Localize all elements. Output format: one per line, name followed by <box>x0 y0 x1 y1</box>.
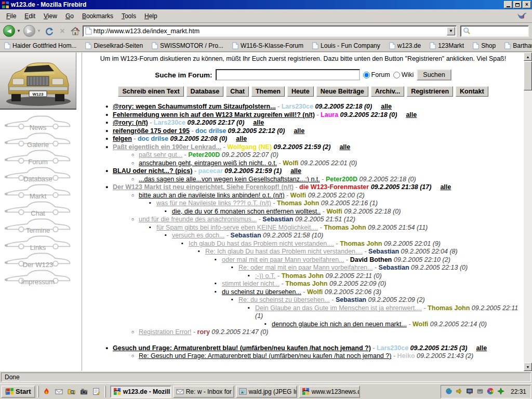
radio-wiki[interactable]: Wiki <box>393 71 414 78</box>
reload-button[interactable] <box>44 25 55 37</box>
thread-author-link[interactable]: Lars230ce <box>154 119 185 126</box>
mail-icon[interactable] <box>55 387 64 396</box>
forum-nav-button[interactable]: Themen <box>251 86 285 97</box>
menu-item[interactable]: Go <box>61 11 78 21</box>
bookmark-item[interactable]: SWISSMOTOR / Pro... <box>152 42 223 49</box>
thread-author-link[interactable]: Thomas John <box>277 200 319 207</box>
thread-title-link[interactable]: anschrauben geht, eintragen weiß ich nic… <box>139 159 277 167</box>
thread-title-link[interactable]: ...das sagen sie alle...von wegen kein G… <box>139 176 320 183</box>
thread-author-link[interactable]: Thomas John <box>428 304 470 312</box>
stop-button[interactable]: × <box>57 25 68 37</box>
forum-nav-button[interactable]: Archiv... <box>371 86 404 97</box>
scrollbar-thumb[interactable] <box>524 61 532 90</box>
thread-title-link[interactable]: Dein Glaube an das Gute im Menschen ist … <box>255 304 422 312</box>
forum-nav-button[interactable]: Chat <box>226 86 249 97</box>
thread-author-link[interactable]: Sebastian <box>379 264 409 271</box>
forum-nav-button[interactable]: Kontakt <box>456 86 488 97</box>
thread-title-link[interactable]: bitte auch an die navileiste links anbin… <box>139 192 285 199</box>
thread-title-link[interactable]: reifengröße 175 oder 195 <box>113 127 190 135</box>
suchen-button[interactable]: Suchen <box>417 69 451 81</box>
thread-title-link[interactable]: für Spam gibts bei info-serve eben KEINE… <box>156 224 318 231</box>
menu-item[interactable]: Edit <box>20 11 39 21</box>
flame-icon[interactable] <box>42 387 51 396</box>
radio-forum-input[interactable] <box>363 72 370 78</box>
thread-title-link[interactable]: Re: Ich glaub Du hast das Problem nicht … <box>205 248 363 255</box>
thread-title-link[interactable]: Re: du scheinst zu übersehen... <box>238 296 330 303</box>
thread-title-link[interactable]: was für ne Navileiste links ???! o.T. (n… <box>156 200 271 207</box>
bookmark-item[interactable]: 123Markt <box>430 42 464 49</box>
thread-author-link[interactable]: Wolfgang (NE) <box>227 143 272 151</box>
thread-title-link[interactable]: die, die du vor 6 monaten schon entferne… <box>172 208 321 215</box>
camera-icon[interactable] <box>79 387 89 396</box>
minimize-button[interactable] <box>504 1 512 8</box>
bookmark-item[interactable]: w123.de <box>389 42 421 49</box>
thread-title-link[interactable]: Der W123 Markt ist neu eingerichtet. Sie… <box>113 183 294 191</box>
thread-author-link[interactable]: Sebastian <box>262 216 293 223</box>
thread-alle-link[interactable]: alle <box>381 103 392 110</box>
forum-nav-button[interactable]: Schreib einen Text <box>118 86 183 97</box>
thread-title-link[interactable]: @rory: wegen Schaumumstoff zum Sitzaufpo… <box>113 103 276 110</box>
thread-title-link[interactable]: felgen <box>113 135 132 142</box>
thread-title-link[interactable]: Ich glaub Du hast das Problem nicht vers… <box>189 240 334 247</box>
notes-icon[interactable] <box>92 387 101 396</box>
restore-button[interactable] <box>513 1 522 8</box>
thread-author-link[interactable]: Wolfi <box>290 192 306 199</box>
thread-alle-link[interactable]: alle <box>236 135 247 142</box>
thread-author-link[interactable]: Thomas John <box>285 280 327 287</box>
thread-title-link[interactable]: @rory: (n/t) <box>113 119 148 126</box>
thread-author-link[interactable]: die W123-Forenmaster <box>299 183 369 191</box>
bookmark-item[interactable]: Louis - Fun Company <box>312 42 380 49</box>
start-button[interactable]: Start <box>1 385 35 398</box>
menu-item[interactable]: Tools <box>117 11 140 21</box>
sidebar-item-impressum[interactable]: Impressum <box>0 269 82 286</box>
bookmark-item[interactable]: Barthau-Anhängerpro... <box>504 42 532 49</box>
thread-title-link[interactable]: oder mal mit ein paar Mann vorbeifahren.… <box>222 256 344 263</box>
bookmark-item[interactable]: Haider Gottfried Hom... <box>4 42 76 49</box>
thread-title-link[interactable]: Registration Error! <box>139 328 191 336</box>
scroll-down-icon[interactable]: ▼ <box>524 363 532 371</box>
thread-author-link[interactable]: Lars230ce <box>377 344 408 352</box>
url-dropdown-button[interactable]: ▼ <box>447 27 455 35</box>
thread-author-link[interactable]: Wolfi <box>326 208 342 215</box>
thread-author-link[interactable]: Peter200D <box>326 176 357 183</box>
thread-title-link[interactable]: Fehlermeldung wenn ich auf den W123 Mark… <box>113 111 315 118</box>
device-icon[interactable] <box>476 388 485 396</box>
close-button[interactable]: × <box>523 1 531 8</box>
home-button[interactable] <box>70 25 81 37</box>
menu-item[interactable]: File <box>2 11 20 21</box>
thread-alle-link[interactable]: alle <box>290 167 301 175</box>
forum-nav-button[interactable]: Registrieren <box>407 86 453 97</box>
bookmark-item[interactable]: Shop <box>473 42 496 49</box>
thread-author-link[interactable]: Thomas John <box>282 272 324 280</box>
thread-author-link[interactable]: Wolfi <box>307 288 323 296</box>
forward-button[interactable]: ▶ <box>23 25 35 37</box>
thread-title-link[interactable]: stimmt leider nicht... <box>222 280 280 287</box>
thread-alle-link[interactable]: alle <box>406 111 417 118</box>
thread-title-link[interactable]: paßt sehr gut... <box>139 151 182 158</box>
thread-author-link[interactable]: rory <box>197 328 210 336</box>
thread-author-link[interactable]: David Bothen <box>350 256 392 263</box>
thread-title-link[interactable]: Re: Gesuch und Frage: Armaturenbrett bla… <box>139 352 391 360</box>
color-wheel-icon[interactable] <box>487 388 495 396</box>
search-folder-icon[interactable] <box>67 387 76 396</box>
thread-author-link[interactable]: Thomas John <box>324 224 366 231</box>
radio-forum[interactable]: Forum <box>363 71 390 78</box>
thread-author-link[interactable]: Wolfi <box>413 321 428 328</box>
thread-author-link[interactable]: doc drilse <box>138 135 168 142</box>
thread-author-link[interactable]: Heiko <box>397 352 415 360</box>
back-button[interactable]: ◀ <box>3 25 15 37</box>
bookmark-item[interactable]: W116-S-Klasse-Forum <box>232 42 303 49</box>
thread-alle-link[interactable]: alle <box>339 143 350 151</box>
thread-author-link[interactable]: Wolfi <box>283 159 298 167</box>
thread-author-link[interactable]: doc drilse <box>195 127 226 135</box>
thread-alle-link[interactable]: alle <box>440 183 451 191</box>
radio-wiki-input[interactable] <box>393 72 400 78</box>
thread-alle-link[interactable]: alle <box>294 127 304 135</box>
thread-author-link[interactable]: pacecar <box>198 167 223 175</box>
bookmark-item[interactable]: Dieselkrad-Seiten <box>85 42 143 49</box>
thread-title-link[interactable]: :-)) o.T. <box>255 272 276 280</box>
back-dropdown-icon[interactable]: ▼ <box>17 29 21 33</box>
menu-item[interactable]: View <box>39 11 61 21</box>
thread-author-link[interactable]: Peter200D <box>188 151 220 158</box>
taskbar-task-button[interactable]: w123.de - Mozill... <box>110 385 171 398</box>
